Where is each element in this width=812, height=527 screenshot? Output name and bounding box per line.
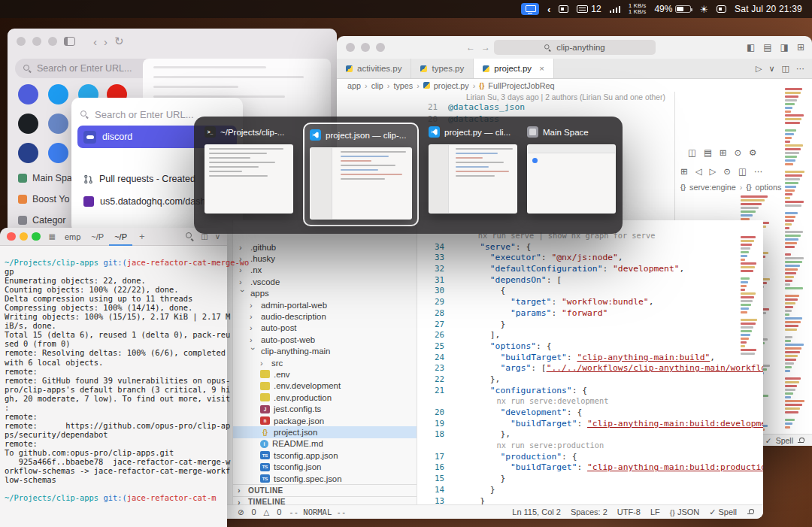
history-nav-icons[interactable]: ←→: [466, 42, 496, 53]
discord-app-icon[interactable]: [18, 84, 38, 104]
collapse-chevron-icon[interactable]: ‹: [547, 4, 550, 15]
signal-icon[interactable]: [610, 5, 621, 13]
cursor-position[interactable]: Ln 115, Col 2: [512, 507, 561, 516]
switcher-window-2[interactable]: project.py — cli...: [429, 124, 517, 214]
spell-status[interactable]: Spell: [776, 436, 793, 445]
account-icon[interactable]: ⊙: [734, 147, 741, 158]
grid-icon[interactable]: ⊞: [720, 147, 727, 158]
indentation[interactable]: Spaces: 2: [571, 507, 607, 516]
breadcrumb-item[interactable]: serve:engine: [689, 183, 736, 192]
minimize-button[interactable]: [361, 43, 370, 52]
minimize-button[interactable]: [20, 232, 29, 241]
explorer-item-admin-portal-web[interactable]: ›admin-portal-web: [233, 299, 417, 310]
breadcrumb-item[interactable]: options: [755, 183, 781, 192]
run-icon[interactable]: ▷: [710, 166, 717, 177]
sidebar-item-boost[interactable]: Boost Yo: [18, 194, 69, 204]
notifications-bell-icon[interactable]: [797, 437, 804, 444]
tab-activities.py[interactable]: activities.py: [337, 59, 411, 78]
tab-overview-icon[interactable]: ▦: [49, 232, 56, 241]
explorer-item-clip-anything-main[interactable]: ›clip-anything-main: [233, 346, 417, 357]
language-mode[interactable]: {} JSON: [670, 507, 699, 516]
sync-icon[interactable]: ⊙: [723, 166, 731, 177]
explorer-item-src[interactable]: ›src: [233, 357, 417, 368]
sidebar-item-main-space[interactable]: Main Spa: [18, 173, 72, 183]
errors-icon[interactable]: ⊘: [238, 508, 244, 516]
zoom-button[interactable]: [32, 232, 41, 241]
explorer-item-.nx[interactable]: ›.nx: [233, 265, 417, 276]
close-button[interactable]: [7, 232, 16, 241]
encoding[interactable]: UTF-8: [617, 507, 641, 516]
explorer-item-apps[interactable]: ›apps: [233, 288, 417, 299]
check-app-icon[interactable]: [18, 143, 38, 163]
terminal-tab-0[interactable]: emp: [59, 228, 86, 246]
brightness-icon[interactable]: ☀: [699, 4, 708, 15]
more-actions-icon[interactable]: ⋯: [796, 64, 804, 74]
close-tab-icon[interactable]: ×: [539, 64, 544, 73]
explorer-item-.husky[interactable]: ›.husky: [233, 253, 417, 264]
minimap[interactable]: [741, 232, 762, 362]
explorer-item-audio-description[interactable]: ›audio-description: [233, 310, 417, 322]
display-icon[interactable]: [717, 5, 726, 13]
forward-icon[interactable]: ›: [104, 35, 108, 48]
screen-mirroring-icon[interactable]: [521, 3, 539, 15]
explorer-item-auto-post-web[interactable]: ›auto-post-web: [233, 334, 417, 345]
breadcrumb-item[interactable]: project.py: [434, 81, 469, 90]
gear-app-icon[interactable]: [48, 114, 68, 134]
terminal-output[interactable]: ~/Projects/clip-apps git:(jace-refactor-…: [0, 246, 227, 502]
notifications-bell-icon[interactable]: [747, 508, 754, 516]
run-dropdown-icon[interactable]: ∨: [769, 64, 775, 74]
explorer-item-project.json[interactable]: {}project.json: [233, 426, 417, 438]
explorer-item-tsconfig.app.json[interactable]: TStsconfig.app.json: [233, 450, 417, 461]
explorer-item-auto-post[interactable]: ›auto-post: [233, 323, 417, 334]
more-actions-icon[interactable]: ⋯: [754, 166, 763, 177]
explorer-item-jest.config.ts[interactable]: Jjest.config.ts: [233, 403, 417, 414]
explorer-item-.env[interactable]: .env: [233, 368, 417, 380]
explorer-item-package.json[interactable]: npackage.json: [233, 415, 417, 426]
explorer-item-.github[interactable]: ›.github: [233, 241, 417, 253]
github-app-icon[interactable]: [18, 114, 38, 134]
json-editor[interactable]: nx run serve | show nx graph for serve34…: [417, 220, 763, 504]
outline-section[interactable]: › OUTLINE: [233, 484, 417, 495]
gear-icon[interactable]: ⚙: [749, 147, 756, 158]
run-python-icon[interactable]: ▷: [756, 64, 762, 74]
reload-icon[interactable]: ↻: [114, 35, 124, 48]
terminal-tab-1[interactable]: ~/P: [86, 228, 109, 246]
breadcrumb-item[interactable]: FullProjectJobReq: [488, 81, 554, 90]
battery-status[interactable]: 49%: [654, 4, 691, 14]
tab-project.py[interactable]: project.py×: [474, 59, 554, 78]
split-editor-icon[interactable]: ◫: [782, 64, 789, 74]
back-icon[interactable]: ‹: [93, 35, 97, 48]
customize-layout-icon[interactable]: ⊞: [797, 42, 804, 53]
panel-right-icon[interactable]: ◨: [780, 42, 789, 53]
breadcrumb-item[interactable]: clip: [371, 81, 383, 90]
breadcrumb[interactable]: app›clip›types›project.py›{}FullProjectJ…: [337, 79, 812, 92]
explorer-item-.env.production[interactable]: .env.production: [233, 392, 417, 403]
split-icon[interactable]: ◫: [688, 147, 696, 158]
menu-bar-clock[interactable]: Sat Jul 20 21:39: [735, 4, 802, 14]
switcher-window-1[interactable]: project.json — clip-...: [303, 123, 419, 226]
explorer-item-README.md[interactable]: iREADME.md: [233, 438, 417, 450]
sidebar-item-category[interactable]: Categor: [18, 215, 65, 226]
switcher-window-3[interactable]: Main Space: [527, 124, 616, 214]
spell-status[interactable]: ✓ Spell: [709, 507, 737, 517]
window-thumbnail[interactable]: [527, 144, 616, 214]
breadcrumb-item[interactable]: types: [393, 81, 413, 90]
close-button[interactable]: [346, 43, 355, 52]
search-icon[interactable]: [186, 232, 194, 241]
keyboard-status[interactable]: 12: [577, 4, 601, 14]
grid-icon[interactable]: ⊞: [680, 166, 688, 177]
switcher-window-0[interactable]: >_~/Projects/clip-...: [205, 124, 293, 214]
warnings-icon[interactable]: △: [264, 508, 270, 516]
tab-types.py[interactable]: types.py: [411, 59, 474, 78]
back-icon[interactable]: ◁: [695, 166, 702, 177]
breadcrumb-item[interactable]: app: [347, 81, 361, 90]
command-center-search[interactable]: clip-anything: [494, 40, 656, 55]
window-thumbnail[interactable]: [310, 147, 412, 220]
panel-left-icon[interactable]: ◧: [747, 42, 755, 53]
explorer-item-.vscode[interactable]: ›.vscode: [233, 276, 417, 287]
zoom-button[interactable]: [48, 37, 57, 46]
window-manager-icon[interactable]: [559, 5, 568, 13]
zoom-button[interactable]: [376, 43, 385, 52]
new-tab-icon[interactable]: +: [136, 231, 148, 242]
right-breadcrumb[interactable]: {}serve:engine›{}options: [680, 183, 781, 192]
